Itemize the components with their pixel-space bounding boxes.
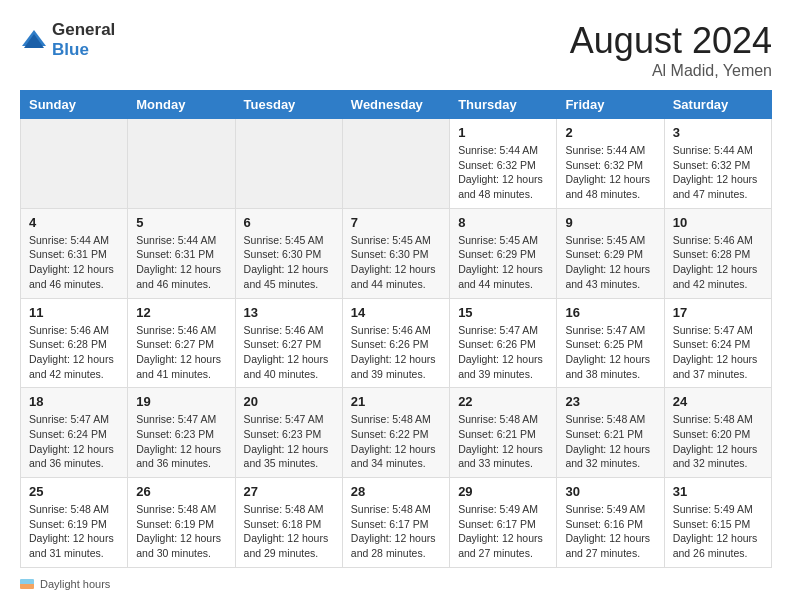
day-info: Sunrise: 5:44 AM Sunset: 6:32 PM Dayligh…: [458, 143, 548, 202]
column-header-thursday: Thursday: [450, 91, 557, 119]
day-info: Sunrise: 5:49 AM Sunset: 6:16 PM Dayligh…: [565, 502, 655, 561]
day-info: Sunrise: 5:47 AM Sunset: 6:23 PM Dayligh…: [244, 412, 334, 471]
day-number: 19: [136, 394, 226, 409]
logo-icon: [20, 26, 48, 54]
calendar-week-3: 11Sunrise: 5:46 AM Sunset: 6:28 PM Dayli…: [21, 298, 772, 388]
header-row: SundayMondayTuesdayWednesdayThursdayFrid…: [21, 91, 772, 119]
footer: Daylight hours: [20, 578, 772, 590]
day-number: 2: [565, 125, 655, 140]
day-number: 23: [565, 394, 655, 409]
day-number: 20: [244, 394, 334, 409]
day-number: 16: [565, 305, 655, 320]
calendar-week-2: 4Sunrise: 5:44 AM Sunset: 6:31 PM Daylig…: [21, 208, 772, 298]
day-info: Sunrise: 5:47 AM Sunset: 6:26 PM Dayligh…: [458, 323, 548, 382]
day-number: 26: [136, 484, 226, 499]
day-info: Sunrise: 5:48 AM Sunset: 6:17 PM Dayligh…: [351, 502, 441, 561]
calendar-cell: 2Sunrise: 5:44 AM Sunset: 6:32 PM Daylig…: [557, 119, 664, 209]
day-info: Sunrise: 5:48 AM Sunset: 6:22 PM Dayligh…: [351, 412, 441, 471]
day-number: 25: [29, 484, 119, 499]
day-number: 4: [29, 215, 119, 230]
calendar-cell: [342, 119, 449, 209]
calendar-cell: 1Sunrise: 5:44 AM Sunset: 6:32 PM Daylig…: [450, 119, 557, 209]
calendar-cell: 26Sunrise: 5:48 AM Sunset: 6:19 PM Dayli…: [128, 478, 235, 568]
column-header-wednesday: Wednesday: [342, 91, 449, 119]
day-info: Sunrise: 5:44 AM Sunset: 6:31 PM Dayligh…: [136, 233, 226, 292]
calendar-cell: 7Sunrise: 5:45 AM Sunset: 6:30 PM Daylig…: [342, 208, 449, 298]
calendar-cell: 27Sunrise: 5:48 AM Sunset: 6:18 PM Dayli…: [235, 478, 342, 568]
calendar-cell: 24Sunrise: 5:48 AM Sunset: 6:20 PM Dayli…: [664, 388, 771, 478]
calendar-cell: 5Sunrise: 5:44 AM Sunset: 6:31 PM Daylig…: [128, 208, 235, 298]
footer-label: Daylight hours: [40, 578, 110, 590]
calendar-cell: 9Sunrise: 5:45 AM Sunset: 6:29 PM Daylig…: [557, 208, 664, 298]
calendar-cell: 8Sunrise: 5:45 AM Sunset: 6:29 PM Daylig…: [450, 208, 557, 298]
day-number: 15: [458, 305, 548, 320]
day-number: 11: [29, 305, 119, 320]
calendar-cell: [128, 119, 235, 209]
day-number: 18: [29, 394, 119, 409]
calendar-cell: 28Sunrise: 5:48 AM Sunset: 6:17 PM Dayli…: [342, 478, 449, 568]
column-header-sunday: Sunday: [21, 91, 128, 119]
calendar-cell: 21Sunrise: 5:48 AM Sunset: 6:22 PM Dayli…: [342, 388, 449, 478]
day-number: 3: [673, 125, 763, 140]
column-header-tuesday: Tuesday: [235, 91, 342, 119]
calendar-body: 1Sunrise: 5:44 AM Sunset: 6:32 PM Daylig…: [21, 119, 772, 568]
page-header: General Blue August 2024 Al Madid, Yemen: [20, 20, 772, 80]
logo: General Blue: [20, 20, 115, 60]
day-number: 6: [244, 215, 334, 230]
day-info: Sunrise: 5:49 AM Sunset: 6:17 PM Dayligh…: [458, 502, 548, 561]
day-info: Sunrise: 5:48 AM Sunset: 6:19 PM Dayligh…: [29, 502, 119, 561]
logo-text: General Blue: [52, 20, 115, 60]
day-number: 27: [244, 484, 334, 499]
calendar-cell: [21, 119, 128, 209]
calendar-table: SundayMondayTuesdayWednesdayThursdayFrid…: [20, 90, 772, 568]
day-info: Sunrise: 5:47 AM Sunset: 6:25 PM Dayligh…: [565, 323, 655, 382]
title-block: August 2024 Al Madid, Yemen: [570, 20, 772, 80]
calendar-cell: 19Sunrise: 5:47 AM Sunset: 6:23 PM Dayli…: [128, 388, 235, 478]
day-number: 17: [673, 305, 763, 320]
calendar-cell: [235, 119, 342, 209]
calendar-cell: 13Sunrise: 5:46 AM Sunset: 6:27 PM Dayli…: [235, 298, 342, 388]
day-info: Sunrise: 5:45 AM Sunset: 6:29 PM Dayligh…: [458, 233, 548, 292]
day-info: Sunrise: 5:45 AM Sunset: 6:29 PM Dayligh…: [565, 233, 655, 292]
calendar-week-4: 18Sunrise: 5:47 AM Sunset: 6:24 PM Dayli…: [21, 388, 772, 478]
day-number: 21: [351, 394, 441, 409]
calendar-cell: 22Sunrise: 5:48 AM Sunset: 6:21 PM Dayli…: [450, 388, 557, 478]
calendar-cell: 6Sunrise: 5:45 AM Sunset: 6:30 PM Daylig…: [235, 208, 342, 298]
calendar-cell: 12Sunrise: 5:46 AM Sunset: 6:27 PM Dayli…: [128, 298, 235, 388]
calendar-cell: 20Sunrise: 5:47 AM Sunset: 6:23 PM Dayli…: [235, 388, 342, 478]
day-info: Sunrise: 5:46 AM Sunset: 6:28 PM Dayligh…: [673, 233, 763, 292]
calendar-cell: 3Sunrise: 5:44 AM Sunset: 6:32 PM Daylig…: [664, 119, 771, 209]
day-info: Sunrise: 5:46 AM Sunset: 6:28 PM Dayligh…: [29, 323, 119, 382]
calendar-cell: 31Sunrise: 5:49 AM Sunset: 6:15 PM Dayli…: [664, 478, 771, 568]
day-info: Sunrise: 5:48 AM Sunset: 6:21 PM Dayligh…: [458, 412, 548, 471]
day-info: Sunrise: 5:48 AM Sunset: 6:20 PM Dayligh…: [673, 412, 763, 471]
day-number: 22: [458, 394, 548, 409]
calendar-cell: 25Sunrise: 5:48 AM Sunset: 6:19 PM Dayli…: [21, 478, 128, 568]
day-number: 8: [458, 215, 548, 230]
day-number: 13: [244, 305, 334, 320]
calendar-header: SundayMondayTuesdayWednesdayThursdayFrid…: [21, 91, 772, 119]
day-number: 7: [351, 215, 441, 230]
calendar-cell: 15Sunrise: 5:47 AM Sunset: 6:26 PM Dayli…: [450, 298, 557, 388]
calendar-week-5: 25Sunrise: 5:48 AM Sunset: 6:19 PM Dayli…: [21, 478, 772, 568]
day-number: 5: [136, 215, 226, 230]
day-info: Sunrise: 5:48 AM Sunset: 6:18 PM Dayligh…: [244, 502, 334, 561]
calendar-cell: 30Sunrise: 5:49 AM Sunset: 6:16 PM Dayli…: [557, 478, 664, 568]
calendar-cell: 18Sunrise: 5:47 AM Sunset: 6:24 PM Dayli…: [21, 388, 128, 478]
day-number: 12: [136, 305, 226, 320]
day-info: Sunrise: 5:44 AM Sunset: 6:32 PM Dayligh…: [673, 143, 763, 202]
calendar-cell: 10Sunrise: 5:46 AM Sunset: 6:28 PM Dayli…: [664, 208, 771, 298]
column-header-friday: Friday: [557, 91, 664, 119]
day-number: 14: [351, 305, 441, 320]
daylight-icon: [20, 579, 34, 589]
day-info: Sunrise: 5:44 AM Sunset: 6:32 PM Dayligh…: [565, 143, 655, 202]
calendar-cell: 23Sunrise: 5:48 AM Sunset: 6:21 PM Dayli…: [557, 388, 664, 478]
day-info: Sunrise: 5:45 AM Sunset: 6:30 PM Dayligh…: [244, 233, 334, 292]
day-number: 28: [351, 484, 441, 499]
day-info: Sunrise: 5:46 AM Sunset: 6:27 PM Dayligh…: [136, 323, 226, 382]
column-header-saturday: Saturday: [664, 91, 771, 119]
location: Al Madid, Yemen: [570, 62, 772, 80]
day-info: Sunrise: 5:46 AM Sunset: 6:27 PM Dayligh…: [244, 323, 334, 382]
day-number: 24: [673, 394, 763, 409]
day-info: Sunrise: 5:48 AM Sunset: 6:21 PM Dayligh…: [565, 412, 655, 471]
